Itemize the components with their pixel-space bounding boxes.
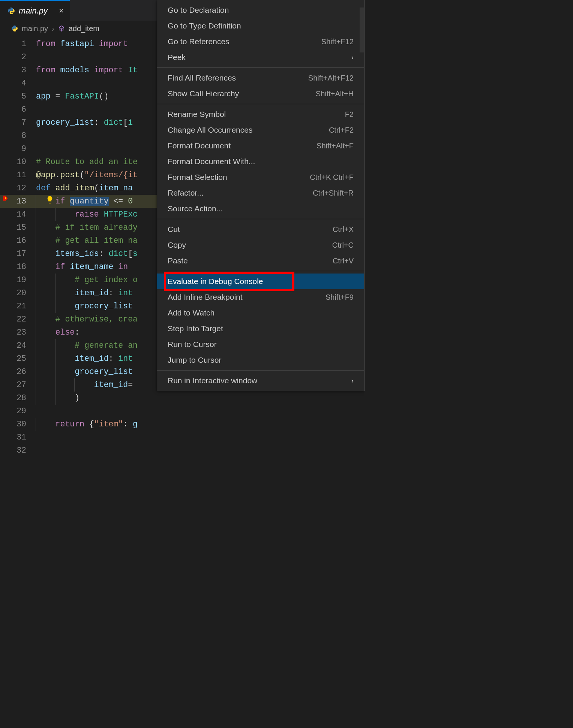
scrollbar-vertical[interactable] [360, 7, 364, 52]
menu-item-format-document-with[interactable]: Format Document With... [157, 154, 364, 169]
menu-item-go-to-declaration[interactable]: Go to Declaration [157, 2, 364, 18]
line-number: 18 [10, 260, 27, 274]
menu-item-shortcut: Shift+Alt+F12 [308, 74, 354, 82]
menu-item-shortcut: Ctrl+F2 [329, 126, 354, 135]
menu-item-label: Go to Type Definition [168, 21, 241, 30]
breadcrumb-symbol: add_item [69, 24, 99, 33]
menu-separator [157, 67, 364, 68]
menu-separator [157, 104, 364, 104]
menu-item-label: Refactor... [168, 188, 204, 197]
menu-item-shortcut: Ctrl+V [333, 257, 354, 265]
menu-item-shortcut: Shift+Alt+H [316, 90, 354, 98]
menu-item-cut[interactable]: CutCtrl+X [157, 221, 364, 237]
menu-item-label: Source Action... [168, 204, 223, 213]
menu-item-label: Add to Watch [168, 308, 214, 317]
symbol-method-icon [58, 25, 65, 32]
menu-item-change-all-occurrences[interactable]: Change All OccurrencesCtrl+F2 [157, 122, 364, 138]
menu-item-label: Go to Declaration [168, 6, 229, 15]
line-number: 7 [10, 116, 27, 129]
code-line[interactable]: 30 return {"item": g [0, 418, 364, 431]
menu-item-source-action[interactable]: Source Action... [157, 201, 364, 217]
menu-item-label: Format Selection [168, 173, 227, 182]
menu-item-run-to-cursor[interactable]: Run to Cursor [157, 336, 364, 352]
line-number: 22 [10, 313, 27, 326]
menu-item-label: Go to References [168, 37, 230, 46]
line-content[interactable]: ) [27, 392, 364, 405]
code-line[interactable]: 31 [0, 431, 364, 444]
menu-item-jump-to-cursor[interactable]: Jump to Cursor [157, 352, 364, 368]
menu-item-shortcut: Ctrl+Shift+R [313, 189, 354, 197]
menu-item-label: Format Document With... [168, 157, 255, 166]
line-number: 4 [10, 77, 27, 90]
menu-item-run-in-interactive-window[interactable]: Run in Interactive window› [157, 373, 364, 389]
lightbulb-icon[interactable] [46, 196, 54, 204]
menu-item-go-to-type-definition[interactable]: Go to Type Definition [157, 18, 364, 34]
menu-item-label: Format Document [168, 141, 231, 150]
menu-item-evaluate-in-debug-console[interactable]: Evaluate in Debug Console [157, 274, 364, 289]
line-number: 30 [10, 418, 27, 431]
menu-item-label: Step Into Target [168, 324, 223, 333]
line-number: 21 [10, 300, 27, 313]
line-content[interactable]: return {"item": g [27, 418, 364, 431]
line-number: 29 [10, 405, 27, 418]
line-number: 32 [10, 444, 27, 457]
breadcrumb-file: main.py [22, 24, 48, 33]
line-number: 5 [10, 90, 27, 103]
menu-item-refactor[interactable]: Refactor...Ctrl+Shift+R [157, 185, 364, 201]
menu-item-shortcut: Ctrl+X [333, 225, 354, 234]
code-line[interactable]: 29 [0, 405, 364, 418]
line-number: 15 [10, 221, 27, 234]
code-line[interactable]: 32 [0, 444, 364, 457]
line-number: 9 [10, 142, 27, 155]
line-number: 1 [10, 37, 27, 51]
menu-item-add-inline-breakpoint[interactable]: Add Inline BreakpointShift+F9 [157, 289, 364, 305]
context-menu: Go to DeclarationGo to Type DefinitionGo… [157, 0, 364, 391]
line-number: 17 [10, 247, 27, 260]
code-line[interactable]: 28 ) [0, 392, 364, 405]
line-number: 12 [10, 182, 27, 195]
menu-item-step-into-target[interactable]: Step Into Target [157, 321, 364, 336]
breakpoint-gutter[interactable] [0, 195, 10, 202]
line-number: 25 [10, 352, 27, 365]
line-number: 13 [10, 195, 27, 208]
line-number: 2 [10, 51, 27, 64]
menu-item-paste[interactable]: PasteCtrl+V [157, 253, 364, 269]
menu-item-label: Run to Cursor [168, 340, 217, 349]
menu-separator [157, 370, 364, 371]
menu-item-shortcut: Shift+Alt+F [316, 142, 354, 150]
close-icon[interactable]: × [59, 6, 64, 16]
tab-main-py[interactable]: main.py × [0, 0, 70, 21]
menu-item-shortcut: Ctrl+C [332, 241, 354, 250]
menu-item-rename-symbol[interactable]: Rename SymbolF2 [157, 106, 364, 122]
line-number: 19 [10, 274, 27, 287]
menu-item-label: Rename Symbol [168, 110, 226, 119]
menu-item-format-selection[interactable]: Format SelectionCtrl+K Ctrl+F [157, 169, 364, 185]
menu-item-go-to-references[interactable]: Go to ReferencesShift+F12 [157, 34, 364, 49]
tab-filename: main.py [19, 6, 48, 16]
menu-item-shortcut: F2 [345, 110, 354, 119]
line-number: 3 [10, 64, 27, 77]
menu-item-copy[interactable]: CopyCtrl+C [157, 237, 364, 253]
menu-item-label: Find All References [168, 73, 236, 82]
menu-item-format-document[interactable]: Format DocumentShift+Alt+F [157, 138, 364, 154]
menu-item-label: Run in Interactive window [168, 376, 257, 385]
menu-item-find-all-references[interactable]: Find All ReferencesShift+Alt+F12 [157, 70, 364, 86]
line-number: 23 [10, 326, 27, 339]
menu-item-label: Copy [168, 241, 186, 250]
menu-item-label: Cut [168, 225, 180, 234]
menu-item-add-to-watch[interactable]: Add to Watch [157, 305, 364, 321]
python-icon [8, 7, 15, 15]
line-number: 31 [10, 431, 27, 444]
menu-item-peek[interactable]: Peek› [157, 49, 364, 65]
menu-item-label: Peek [168, 53, 186, 62]
menu-item-label: Show Call Hierarchy [168, 89, 239, 98]
menu-item-show-call-hierarchy[interactable]: Show Call HierarchyShift+Alt+H [157, 86, 364, 102]
menu-separator [157, 219, 364, 219]
line-number: 26 [10, 365, 27, 378]
line-number: 24 [10, 339, 27, 352]
menu-item-label: Evaluate in Debug Console [168, 277, 263, 286]
menu-item-shortcut: Shift+F12 [321, 37, 354, 46]
chevron-right-icon: › [52, 24, 54, 33]
line-number: 6 [10, 103, 27, 116]
breakpoint-icon [2, 195, 9, 202]
